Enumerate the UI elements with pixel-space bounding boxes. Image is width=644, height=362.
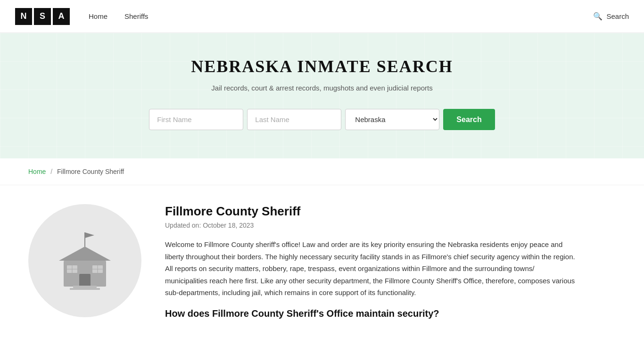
- nav-search-label: Search: [606, 12, 629, 20]
- main-content: Fillmore County Sheriff Updated on: Octo…: [0, 185, 603, 338]
- search-form: Nebraska Search: [9, 109, 635, 130]
- nav-home[interactable]: Home: [89, 12, 107, 20]
- hero-subtitle: Jail records, court & arrest records, mu…: [9, 84, 635, 92]
- article-content: Fillmore County Sheriff Updated on: Octo…: [165, 204, 575, 319]
- svg-rect-12: [70, 288, 100, 290]
- hero-section: NEBRASKA INMATE SEARCH Jail records, cou…: [0, 33, 644, 158]
- breadcrumb-separator: /: [50, 168, 52, 175]
- content-image: [28, 204, 141, 319]
- breadcrumb-home[interactable]: Home: [28, 168, 46, 175]
- sheriff-image-circle: [28, 204, 141, 317]
- breadcrumb-current: Fillmore County Sheriff: [57, 168, 124, 175]
- first-name-input[interactable]: [149, 109, 243, 130]
- nav-search-button[interactable]: 🔍 Search: [593, 12, 629, 21]
- logo-letter-n: N: [15, 8, 32, 25]
- svg-marker-1: [85, 232, 94, 238]
- svg-rect-4: [79, 274, 91, 287]
- svg-rect-11: [73, 286, 97, 288]
- nav-sheriffs[interactable]: Sheriffs: [124, 12, 149, 20]
- breadcrumb: Home / Fillmore County Sheriff: [0, 158, 644, 185]
- article-subheading: How does Fillmore County Sheriff's Offic…: [165, 308, 575, 319]
- navbar: N S A Home Sheriffs 🔍 Search: [0, 0, 644, 33]
- nav-links: Home Sheriffs: [89, 12, 593, 20]
- hero-title: NEBRASKA INMATE SEARCH: [9, 57, 635, 76]
- article-updated: Updated on: October 18, 2023: [165, 222, 575, 229]
- logo: N S A: [15, 8, 70, 25]
- article-title: Fillmore County Sheriff: [165, 204, 575, 219]
- logo-letter-a: A: [53, 8, 70, 25]
- search-icon: 🔍: [593, 12, 603, 21]
- sheriff-building-svg: [47, 223, 123, 298]
- state-select[interactable]: Nebraska: [345, 109, 439, 130]
- svg-marker-3: [59, 247, 111, 261]
- logo-letter-s: S: [34, 8, 51, 25]
- search-button[interactable]: Search: [443, 109, 495, 130]
- last-name-input[interactable]: [247, 109, 341, 130]
- article-body: Welcome to Fillmore County sheriff's off…: [165, 239, 575, 299]
